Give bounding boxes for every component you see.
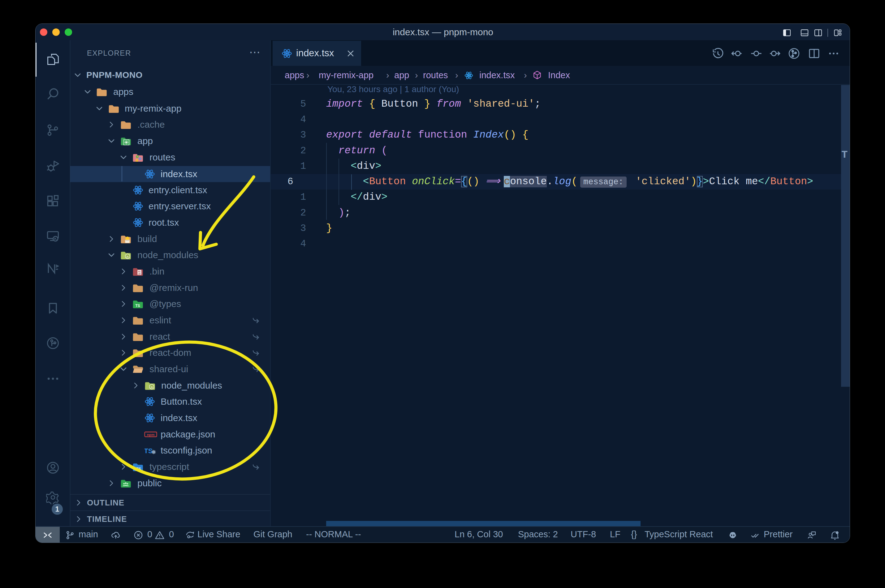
svg-text:TS: TS (135, 304, 140, 308)
svg-text:npm: npm (147, 432, 155, 436)
svg-text:js: js (151, 386, 153, 388)
svg-text:10: 10 (138, 273, 141, 275)
svg-text:js: js (126, 255, 129, 258)
svg-text:TS: TS (136, 467, 141, 471)
svg-text:TS: TS (144, 447, 153, 455)
